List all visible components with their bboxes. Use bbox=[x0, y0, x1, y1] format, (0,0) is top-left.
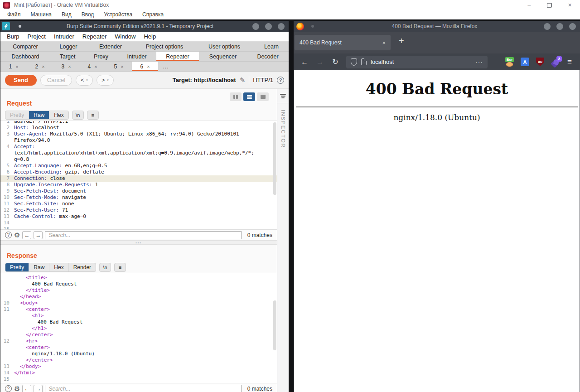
url-text[interactable]: localhost bbox=[371, 58, 471, 65]
minimize-icon[interactable]: − bbox=[519, 0, 539, 10]
http-version-label[interactable]: HTTP/1 bbox=[253, 77, 273, 83]
new-tab-button[interactable]: + bbox=[399, 36, 404, 46]
request-scrollbar[interactable] bbox=[273, 122, 276, 195]
search-next-icon[interactable]: → bbox=[34, 231, 43, 239]
tab-close-icon[interactable]: × bbox=[121, 64, 123, 69]
inspector-collapse-icon[interactable] bbox=[277, 89, 289, 103]
response-view-tab-pretty[interactable]: Pretty bbox=[5, 263, 29, 271]
vbox-menu-ввод[interactable]: Ввод bbox=[77, 11, 99, 18]
response-view-tab-raw[interactable]: Raw bbox=[29, 263, 49, 271]
response-scrollbar[interactable] bbox=[273, 300, 276, 350]
repeater-tab-5[interactable]: 5× bbox=[106, 62, 132, 71]
url-bar[interactable]: localhost ··· bbox=[346, 56, 488, 68]
repeater-tab-more[interactable]: ... bbox=[158, 62, 174, 71]
panel-splitter[interactable]: ••• bbox=[0, 240, 277, 245]
search-help-icon[interactable]: ? bbox=[5, 385, 12, 392]
help-icon[interactable]: ? bbox=[277, 77, 284, 84]
burp-tab-learn[interactable]: Learn bbox=[254, 42, 289, 51]
burp-menu-window[interactable]: Window bbox=[111, 33, 140, 40]
caret-down-icon[interactable]: ▾ bbox=[107, 78, 109, 82]
burp-menu-help[interactable]: Help bbox=[140, 33, 160, 40]
reload-icon[interactable]: ↻ bbox=[328, 58, 343, 66]
firefox-titlebar[interactable]: 400 Bad Request — Mozilla Firefox bbox=[294, 21, 580, 32]
vbox-menu-вид[interactable]: Вид bbox=[57, 11, 77, 18]
inspector-label[interactable]: INSPECTOR bbox=[280, 110, 286, 148]
close-icon[interactable]: × bbox=[560, 0, 580, 10]
repeater-tab-3[interactable]: 3× bbox=[53, 62, 79, 71]
restore-icon[interactable] bbox=[539, 0, 560, 10]
rows-layout-icon[interactable] bbox=[243, 92, 255, 101]
edit-target-icon[interactable]: ✎ bbox=[240, 76, 246, 84]
search-previous-icon[interactable]: ← bbox=[22, 231, 31, 239]
browser-tab[interactable]: 400 Bad Request × bbox=[295, 35, 391, 50]
newline-toggle-button[interactable]: \n bbox=[72, 111, 84, 120]
burp-tab-project-options[interactable]: Project options bbox=[135, 42, 194, 51]
burp-menu-project[interactable]: Project bbox=[23, 33, 49, 40]
repeater-tab-2[interactable]: 2× bbox=[27, 62, 53, 71]
proxy-extension-icon[interactable]: Bur bbox=[505, 57, 514, 67]
tab-close-icon[interactable]: × bbox=[68, 64, 71, 69]
maximize-button[interactable] bbox=[265, 23, 272, 30]
response-editor[interactable]: <title>400 Bad Request</title></head>10<… bbox=[0, 273, 277, 383]
burp-titlebar[interactable]: Burp Suite Community Edition v2021.9.1 -… bbox=[0, 21, 289, 32]
forward-icon[interactable]: → bbox=[313, 58, 327, 66]
ublock-extension-icon[interactable]: uO bbox=[536, 57, 545, 67]
close-button[interactable] bbox=[278, 23, 285, 30]
burp-tab-logger[interactable]: Logger bbox=[50, 42, 87, 51]
vbox-menu-устройства[interactable]: Устройства bbox=[99, 11, 137, 18]
tab-close-icon[interactable]: × bbox=[382, 39, 386, 46]
next-request-button[interactable]: > ▾ bbox=[97, 75, 114, 86]
search-settings-gear-icon[interactable]: ⚙ bbox=[14, 232, 20, 238]
burp-menu-burp[interactable]: Burp bbox=[3, 33, 23, 40]
tab-close-icon[interactable]: × bbox=[147, 64, 150, 69]
burp-tab-comparer[interactable]: Comparer bbox=[0, 42, 50, 51]
response-view-tab-hex[interactable]: Hex bbox=[49, 263, 68, 271]
tracking-protection-shield-icon[interactable] bbox=[351, 58, 357, 66]
cancel-button[interactable]: Cancel bbox=[40, 75, 72, 86]
repeater-tab-4[interactable]: 4× bbox=[79, 62, 106, 71]
search-settings-gear-icon[interactable]: ⚙ bbox=[14, 385, 20, 392]
search-next-icon[interactable]: → bbox=[34, 385, 43, 392]
tab-close-icon[interactable]: × bbox=[94, 64, 97, 69]
burp-tab-extender[interactable]: Extender bbox=[87, 42, 135, 51]
maximize-button[interactable] bbox=[556, 23, 563, 30]
prev-request-button[interactable]: < ▾ bbox=[76, 75, 93, 86]
minimize-button[interactable] bbox=[544, 23, 551, 30]
page-actions-more-icon[interactable]: ··· bbox=[475, 58, 483, 66]
request-view-tab-raw[interactable]: Raw bbox=[29, 111, 49, 119]
send-button[interactable]: Send bbox=[5, 75, 37, 86]
burp-tab-target[interactable]: Target bbox=[50, 52, 85, 61]
burp-tab-repeater[interactable]: Repeater bbox=[156, 52, 199, 61]
editor-menu-icon[interactable]: ≡ bbox=[114, 263, 126, 272]
search-previous-icon[interactable]: ← bbox=[22, 385, 31, 392]
translate-extension-icon[interactable]: A bbox=[520, 57, 530, 67]
badge-extension-icon[interactable]: 3 bbox=[551, 57, 561, 67]
hamburger-menu-icon[interactable]: ≡ bbox=[567, 58, 572, 67]
single-layout-icon[interactable] bbox=[257, 92, 269, 101]
editor-menu-icon[interactable]: ≡ bbox=[87, 111, 99, 120]
tab-close-icon[interactable]: × bbox=[15, 64, 18, 69]
repeater-tab-1[interactable]: 1× bbox=[0, 62, 27, 71]
caret-down-icon[interactable]: ▾ bbox=[86, 78, 88, 82]
burp-menu-intruder[interactable]: Intruder bbox=[50, 33, 78, 40]
response-view-tab-render[interactable]: Render bbox=[69, 263, 96, 271]
back-icon[interactable]: ← bbox=[297, 58, 312, 66]
vbox-menu-машина[interactable]: Машина bbox=[26, 11, 57, 18]
page-info-icon[interactable] bbox=[361, 58, 367, 65]
request-view-tab-pretty[interactable]: Pretty bbox=[5, 111, 29, 119]
search-help-icon[interactable]: ? bbox=[5, 232, 12, 238]
request-editor[interactable]: 1adsfGET / HTTP/1.12Host: localhost3User… bbox=[0, 121, 277, 229]
request-view-tab-hex[interactable]: Hex bbox=[49, 111, 68, 119]
request-search-input[interactable] bbox=[45, 231, 241, 239]
burp-tab-user-options[interactable]: User options bbox=[194, 42, 254, 51]
minimize-button[interactable] bbox=[252, 23, 259, 30]
burp-tab-intruder[interactable]: Intruder bbox=[117, 52, 156, 61]
newline-toggle-button[interactable]: \n bbox=[99, 263, 111, 272]
burp-tab-sequencer[interactable]: Sequencer bbox=[199, 52, 247, 61]
burp-menu-repeater[interactable]: Repeater bbox=[78, 33, 111, 40]
repeater-tab-6[interactable]: 6× bbox=[132, 62, 158, 71]
vbox-menu-справка[interactable]: Справка bbox=[137, 11, 169, 18]
columns-layout-icon[interactable] bbox=[230, 92, 242, 101]
tab-close-icon[interactable]: × bbox=[42, 64, 44, 69]
close-button[interactable] bbox=[569, 23, 576, 30]
